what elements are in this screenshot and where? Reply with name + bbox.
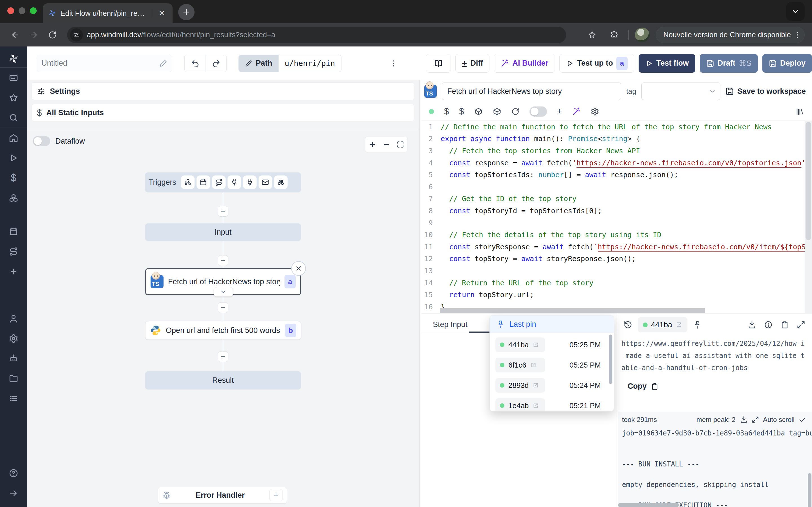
sidebar-item-apps[interactable]: [0, 68, 27, 88]
result-node[interactable]: Result: [145, 371, 301, 389]
sidebar-item-favorites[interactable]: [0, 88, 27, 108]
external-link-icon[interactable]: [675, 321, 682, 328]
tab-search-button[interactable]: [786, 2, 805, 21]
chrome-menu-icon[interactable]: [793, 31, 802, 39]
sidebar-item-settings[interactable]: [0, 328, 27, 348]
email-trigger-icon[interactable]: [259, 175, 272, 189]
copy-button[interactable]: Copy: [627, 382, 812, 391]
run-hash-chip[interactable]: 441ba: [638, 317, 688, 332]
new-tab-button[interactable]: [178, 4, 195, 20]
add-step-button[interactable]: [218, 255, 229, 266]
editor-settings-icon[interactable]: [591, 107, 599, 116]
add-step-button[interactable]: [218, 302, 229, 313]
pin-item[interactable]: 1e4ab05:21 PM: [495, 398, 608, 411]
deploy-button[interactable]: Deploy: [762, 54, 812, 73]
minimize-window-button[interactable]: [18, 7, 26, 14]
fit-view-icon[interactable]: [397, 141, 404, 148]
browser-tab[interactable]: Edit Flow u/henri/pin_results ✕: [43, 3, 172, 23]
close-tab-icon[interactable]: ✕: [156, 8, 167, 19]
package-icon[interactable]: [493, 107, 501, 116]
all-static-inputs-button[interactable]: $ All Static Inputs: [32, 104, 414, 121]
add-error-handler-button[interactable]: [269, 489, 283, 501]
expand-result-icon[interactable]: [797, 321, 805, 329]
sidebar-item-user[interactable]: [0, 308, 27, 328]
diff-icon[interactable]: ±: [557, 107, 562, 116]
sidebar-item-runs[interactable]: [0, 148, 27, 168]
last-pin-header[interactable]: Last pin: [490, 316, 614, 333]
pin-item[interactable]: 441ba05:25 PM: [495, 337, 608, 352]
copy-json-icon[interactable]: [780, 321, 789, 329]
test-flow-button[interactable]: Test flow: [639, 54, 695, 73]
poll-icon[interactable]: [274, 175, 288, 189]
collapse-step-icon[interactable]: [214, 287, 233, 297]
windmill-logo[interactable]: [8, 53, 19, 64]
resources-dollar-icon[interactable]: $: [459, 107, 464, 116]
add-step-button[interactable]: [218, 351, 229, 362]
sidebar-item-resources[interactable]: [0, 188, 27, 208]
sidebar-item-search[interactable]: [0, 108, 27, 128]
sidebar-item-workers[interactable]: [0, 348, 27, 369]
external-link-icon[interactable]: [532, 382, 539, 388]
pin-item[interactable]: 6f1c605:25 PM: [495, 358, 608, 372]
tag-select[interactable]: [642, 82, 720, 100]
undo-button[interactable]: [185, 55, 206, 72]
editor-vertical-scrollbar[interactable]: [805, 121, 812, 313]
logs-horizontal-scrollbar[interactable]: [618, 503, 679, 507]
expand-logs-icon[interactable]: [752, 416, 759, 424]
schedule-icon[interactable]: [197, 175, 210, 189]
external-link-icon[interactable]: [530, 362, 537, 368]
pin-icon[interactable]: [693, 321, 702, 329]
maximize-window-button[interactable]: [30, 7, 37, 14]
back-icon[interactable]: [7, 27, 23, 43]
redo-button[interactable]: [206, 55, 226, 72]
step-node-b[interactable]: Open url and fetch first 500 words of ..…: [145, 321, 301, 340]
download-logs-icon[interactable]: [740, 416, 748, 424]
reload-icon[interactable]: [45, 27, 60, 43]
bookmark-star-icon[interactable]: [584, 27, 600, 43]
dataflow-toggle[interactable]: [33, 136, 50, 146]
sidebar-item-home[interactable]: [0, 128, 27, 148]
more-options-icon[interactable]: [389, 59, 398, 68]
sidebar-collapse-button[interactable]: [0, 483, 27, 503]
history-icon[interactable]: [624, 321, 632, 329]
editor-horizontal-scrollbar[interactable]: [440, 308, 705, 313]
input-node[interactable]: Input: [145, 223, 301, 241]
dropdown-scrollbar[interactable]: [609, 335, 612, 384]
external-link-icon[interactable]: [532, 342, 539, 348]
delete-step-button[interactable]: [291, 261, 306, 276]
library-icon[interactable]: [796, 107, 804, 116]
sidebar-item-schedules[interactable]: [0, 221, 27, 241]
sidebar-item-folders[interactable]: [0, 369, 27, 388]
route-icon[interactable]: [212, 175, 225, 189]
flow-settings-button[interactable]: Settings: [32, 82, 414, 100]
docs-button[interactable]: [426, 54, 451, 73]
draft-button[interactable]: Draft⌘S: [700, 54, 758, 73]
chrome-update-button[interactable]: Nouvelle version de Chrome disponible: [656, 27, 805, 43]
path-editor[interactable]: Path u/henri/pin: [239, 55, 342, 72]
package-icon[interactable]: [474, 107, 483, 116]
tab-step-input[interactable]: Step Input: [433, 320, 467, 329]
webhook-icon[interactable]: [181, 175, 195, 189]
kafka-icon[interactable]: [243, 175, 257, 189]
code-editor[interactable]: 1// Define the main function to fetch th…: [421, 121, 812, 313]
zoom-in-icon[interactable]: [368, 140, 376, 149]
close-window-button[interactable]: [7, 7, 14, 14]
zoom-out-icon[interactable]: [383, 140, 391, 149]
ai-builder-button[interactable]: AI Builder: [494, 54, 555, 73]
reset-icon[interactable]: [511, 108, 519, 115]
test-up-to-button[interactable]: Test up toa: [559, 54, 634, 73]
download-result-icon[interactable]: [748, 321, 756, 329]
autoscroll-checkbox[interactable]: [799, 416, 806, 424]
info-icon[interactable]: [764, 321, 772, 329]
variables-icon[interactable]: $: [444, 107, 449, 116]
save-to-workspace-button[interactable]: Save to workspace: [725, 87, 808, 96]
address-bar[interactable]: app.windmill.dev/flows/edit/u/henri/pin_…: [67, 27, 566, 43]
pin-item[interactable]: 2893d05:24 PM: [495, 378, 608, 393]
site-info-icon[interactable]: [70, 29, 83, 41]
editor-toggle[interactable]: [529, 107, 547, 117]
step-name-input[interactable]: [442, 82, 621, 100]
step-node-a[interactable]: TS Fetch url of HackerNews top story a: [145, 268, 301, 295]
ai-assist-icon[interactable]: [572, 107, 580, 116]
error-handler-node[interactable]: Error Handler: [158, 487, 287, 504]
sidebar-item-help[interactable]: [0, 463, 27, 483]
